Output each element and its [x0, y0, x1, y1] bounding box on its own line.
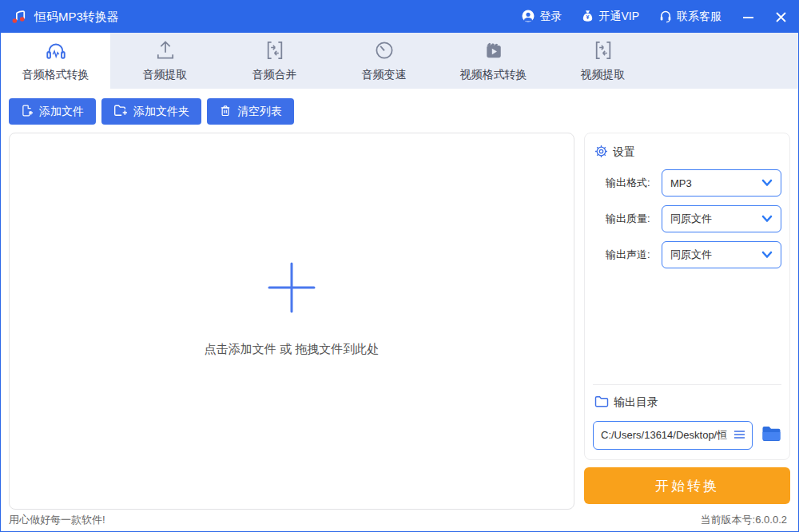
headset-icon [658, 9, 673, 26]
statusbar: 用心做好每一款软件! 当前版本号: 6.0.0.2 [1, 510, 798, 531]
panel-divider [593, 384, 781, 385]
login-button[interactable]: 登录 [521, 9, 562, 26]
right-column: 设置 输出格式: MP3 输出质量: 同原文件 [584, 133, 790, 510]
folder-outline-icon [594, 395, 609, 410]
output-dir-header: 输出目录 [593, 395, 781, 410]
tab-label: 音频提取 [143, 68, 188, 82]
svg-text:¥: ¥ [586, 14, 590, 21]
output-quality-value: 同原文件 [670, 212, 712, 226]
gear-icon [594, 145, 608, 161]
output-format-label: 输出格式: [606, 176, 662, 190]
output-quality-select[interactable]: 同原文件 [662, 205, 781, 232]
add-folder-label: 添加文件夹 [133, 105, 189, 119]
add-file-button[interactable]: 添加文件 [9, 98, 96, 125]
output-format-row: 输出格式: MP3 [593, 169, 781, 197]
music-notes-icon [10, 8, 29, 26]
output-channel-value: 同原文件 [670, 248, 712, 262]
clear-list-label: 清空列表 [237, 105, 282, 119]
minimize-button[interactable] [742, 11, 754, 23]
tab-label: 视频格式转换 [460, 68, 527, 82]
support-label: 联系客服 [677, 10, 721, 24]
clear-list-button[interactable]: 清空列表 [207, 98, 294, 125]
output-dir-row [593, 421, 781, 450]
plus-icon [267, 262, 316, 316]
output-format-select[interactable]: MP3 [662, 169, 781, 197]
add-file-label: 添加文件 [39, 105, 84, 119]
file-plus-icon [21, 104, 34, 120]
chevron-down-icon [761, 177, 773, 189]
upload-icon [154, 39, 177, 62]
video-icon [483, 39, 505, 62]
vip-label: 开通VIP [598, 10, 639, 24]
output-path-input[interactable] [601, 430, 730, 442]
start-convert-button[interactable]: 开始转换 [584, 467, 790, 504]
output-quality-label: 输出质量: [606, 212, 662, 226]
hamburger-icon[interactable] [733, 428, 745, 443]
folder-plus-icon [113, 104, 128, 119]
main-area: 点击添加文件 或 拖拽文件到此处 设置 输出格式: [1, 133, 798, 510]
output-channel-select[interactable]: 同原文件 [662, 241, 781, 268]
tabbar: 音频格式转换 音频提取 音频合并 [1, 33, 798, 89]
file-dropzone[interactable]: 点击添加文件 或 拖拽文件到此处 [9, 133, 574, 510]
statusbar-slogan: 用心做好每一款软件! [9, 513, 105, 527]
tab-audio-speed[interactable]: 音频变速 [329, 33, 439, 89]
app-window: 恒码MP3转换器 登录 [0, 0, 799, 532]
close-button[interactable] [775, 11, 787, 23]
open-vip-button[interactable]: ¥ 开通VIP [581, 9, 639, 26]
version-value: 6.0.0.2 [755, 514, 787, 526]
contact-support-button[interactable]: 联系客服 [658, 9, 721, 26]
output-quality-row: 输出质量: 同原文件 [593, 205, 781, 232]
output-format-value: MP3 [670, 177, 692, 189]
output-dir-title: 输出目录 [614, 395, 658, 410]
merge-icon [264, 39, 286, 62]
add-folder-button[interactable]: 添加文件夹 [101, 98, 201, 125]
tab-video-format-convert[interactable]: 视频格式转换 [439, 33, 548, 89]
tab-label: 音频变速 [362, 68, 407, 82]
version-label: 当前版本号: [701, 513, 756, 527]
app-title: 恒码MP3转换器 [34, 10, 119, 25]
tab-label: 视频提取 [581, 68, 626, 82]
moneybag-icon: ¥ [581, 9, 594, 26]
tab-video-extract[interactable]: 视频提取 [548, 33, 658, 89]
tab-label: 音频合并 [252, 68, 297, 82]
settings-header: 设置 [593, 145, 781, 161]
headphones-icon [44, 39, 68, 62]
tab-audio-extract[interactable]: 音频提取 [110, 33, 220, 89]
output-channel-row: 输出声道: 同原文件 [593, 241, 781, 268]
output-path-field [593, 421, 753, 450]
chevron-down-icon [761, 249, 773, 261]
login-label: 登录 [539, 10, 562, 24]
folder-filled-icon [761, 426, 781, 445]
toolbar: 添加文件 添加文件夹 清空列表 [1, 89, 798, 133]
titlebar-actions: 登录 ¥ 开通VIP [502, 9, 787, 26]
settings-panel: 设置 输出格式: MP3 输出质量: 同原文件 [584, 133, 790, 460]
settings-title: 设置 [613, 145, 635, 160]
tab-audio-merge[interactable]: 音频合并 [220, 33, 329, 89]
titlebar: 恒码MP3转换器 登录 [1, 1, 798, 33]
tab-label: 音频格式转换 [22, 68, 89, 82]
tab-audio-format-convert[interactable]: 音频格式转换 [1, 33, 110, 89]
trash-icon [219, 104, 232, 120]
extract-icon [592, 39, 614, 62]
chevron-down-icon [761, 213, 773, 225]
dropzone-hint: 点击添加文件 或 拖拽文件到此处 [205, 342, 379, 357]
output-channel-label: 输出声道: [606, 248, 662, 262]
user-icon [521, 9, 535, 26]
speed-gauge-icon [373, 39, 396, 62]
browse-folder-button[interactable] [761, 426, 781, 445]
